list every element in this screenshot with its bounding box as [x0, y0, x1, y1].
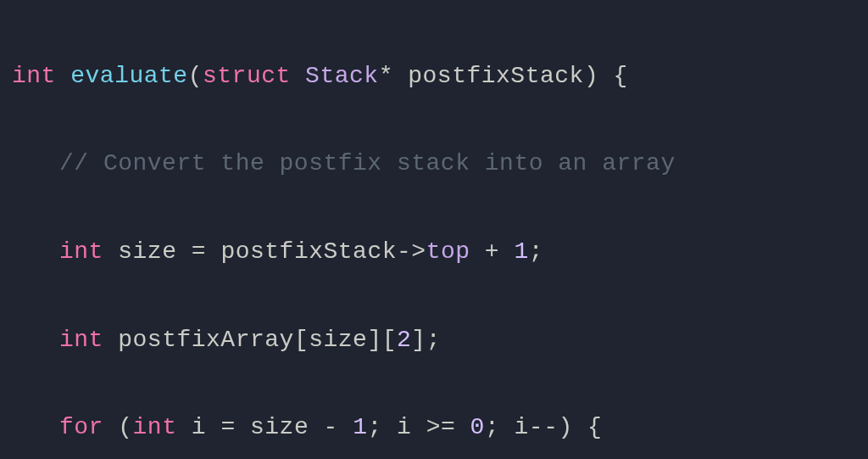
- star: *: [379, 63, 393, 89]
- paren-close: ): [584, 63, 598, 89]
- keyword-for: for: [59, 414, 103, 440]
- ident-i: i: [192, 414, 206, 440]
- property-top: top: [426, 238, 470, 265]
- paren-close: ): [558, 414, 572, 440]
- decrement: --: [529, 414, 559, 440]
- equals: =: [176, 238, 220, 265]
- plus: +: [470, 238, 515, 265]
- number-1: 1: [353, 414, 367, 440]
- code-line-2: // Convert the postfix stack into an arr…: [12, 142, 868, 186]
- gte: >=: [411, 414, 470, 440]
- type-stack: Stack: [305, 63, 379, 89]
- ident-postfixstack: postfixStack: [220, 238, 397, 265]
- keyword-struct: struct: [203, 63, 291, 89]
- keyword-int: int: [59, 327, 103, 353]
- number-1: 1: [514, 238, 528, 265]
- bracket-close: ]: [411, 327, 426, 353]
- paren-open: (: [103, 414, 133, 440]
- code-editor[interactable]: int evaluate(struct Stack* postfixStack)…: [12, 10, 868, 459]
- keyword-int: int: [59, 238, 103, 265]
- bracket-open: [: [382, 327, 397, 353]
- minus: -: [309, 414, 353, 440]
- bracket-open: [: [294, 327, 309, 353]
- ident-size: size: [118, 238, 176, 265]
- semicolon: ;: [529, 238, 543, 265]
- param-name: postfixStack: [408, 63, 584, 89]
- brace-open: {: [598, 63, 628, 89]
- semicolon: ;: [485, 414, 515, 440]
- bracket-close: ]: [367, 327, 381, 353]
- ident-size: size: [309, 327, 367, 353]
- ident-size: size: [250, 414, 309, 440]
- brace-open: {: [573, 414, 603, 440]
- code-line-4: int postfixArray[size][2];: [12, 318, 868, 362]
- semicolon: ;: [367, 414, 397, 440]
- number-2: 2: [397, 327, 411, 353]
- code-line-3: int size = postfixStack->top + 1;: [12, 230, 868, 274]
- code-line-5: for (int i = size - 1; i >= 0; i--) {: [12, 406, 868, 450]
- keyword-int: int: [12, 63, 56, 89]
- paren-open: (: [188, 63, 203, 89]
- arrow: ->: [397, 238, 426, 265]
- ident-i: i: [515, 414, 529, 440]
- number-0: 0: [470, 414, 485, 440]
- ident-i: i: [397, 414, 411, 440]
- function-name: evaluate: [70, 63, 187, 89]
- comment: // Convert the postfix stack into an arr…: [59, 150, 676, 176]
- ident-postfixarray: postfixArray: [118, 327, 294, 353]
- code-line-1: int evaluate(struct Stack* postfixStack)…: [12, 54, 868, 98]
- semicolon: ;: [426, 327, 441, 353]
- keyword-int: int: [133, 414, 177, 440]
- equals: =: [206, 414, 250, 440]
